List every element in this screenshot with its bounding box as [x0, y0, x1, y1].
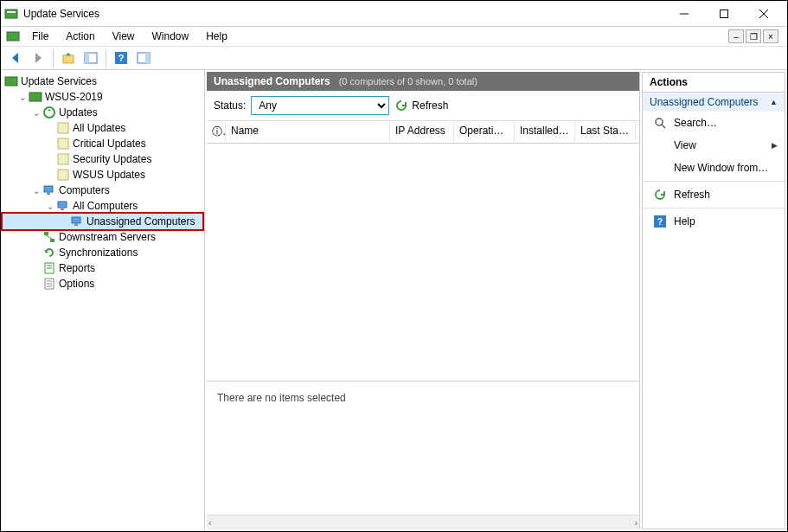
- grid-body[interactable]: [207, 144, 639, 381]
- refresh-icon: [653, 188, 667, 202]
- col-ip[interactable]: IP Address: [390, 121, 454, 143]
- menu-bar: File Action View Window Help – ❐ ×: [1, 27, 787, 46]
- action-new-window[interactable]: New Window from…: [643, 157, 785, 179]
- svg-rect-14: [5, 77, 17, 86]
- actions-title: Actions: [642, 72, 785, 92]
- server-icon: [29, 90, 42, 104]
- col-name[interactable]: Name: [226, 121, 390, 143]
- svg-rect-19: [58, 154, 68, 164]
- show-hide-actions-button[interactable]: [134, 48, 153, 67]
- sync-icon: [42, 246, 56, 260]
- mdi-minimize-button[interactable]: –: [728, 29, 744, 43]
- reports-icon: [42, 261, 56, 275]
- actions-group-header[interactable]: Unassigned Computers ▲: [643, 93, 785, 112]
- detail-empty-text: There are no items selected: [217, 392, 346, 404]
- show-hide-tree-button[interactable]: [81, 48, 100, 67]
- collapse-icon[interactable]: ⌄: [30, 108, 42, 118]
- svg-rect-13: [145, 53, 150, 63]
- status-label: Status:: [214, 99, 246, 112]
- collapse-icon[interactable]: ⌄: [30, 186, 42, 195]
- tree-computers[interactable]: ⌄ Computers: [3, 183, 202, 198]
- tree-all-computers[interactable]: ⌄ All Computers: [3, 198, 202, 214]
- downstream-icon: [42, 230, 56, 244]
- status-select[interactable]: Any: [251, 96, 389, 115]
- mdi-close-button[interactable]: ×: [763, 29, 778, 43]
- svg-rect-20: [58, 170, 68, 180]
- tree-updates[interactable]: ⌄ Updates: [3, 105, 202, 120]
- submenu-icon: ▶: [772, 141, 778, 150]
- svg-rect-18: [58, 138, 68, 149]
- collapse-icon: ▲: [770, 98, 778, 106]
- tree-reports[interactable]: Reports: [3, 260, 202, 276]
- update-item-icon: [56, 152, 70, 166]
- filter-bar: Status: Any Refresh: [207, 91, 639, 121]
- content-title: Unassigned Computers: [214, 75, 330, 87]
- svg-rect-25: [72, 217, 80, 223]
- col-last-status[interactable]: Last Stat…: [575, 121, 636, 143]
- back-button[interactable]: [6, 48, 25, 67]
- svg-line-29: [46, 235, 52, 239]
- update-item-icon: [56, 168, 70, 182]
- action-help[interactable]: ? Help: [643, 210, 785, 233]
- app-icon: [4, 7, 18, 21]
- mdi-icon: [6, 29, 22, 43]
- navigation-tree[interactable]: Update Services ⌄ WSUS-2019 ⌄ Updates Al…: [1, 70, 205, 531]
- content-header: Unassigned Computers (0 computers of 0 s…: [207, 72, 639, 91]
- forward-button[interactable]: [29, 48, 48, 67]
- menu-help[interactable]: Help: [199, 29, 234, 44]
- tree-unassigned-computers[interactable]: Unassigned Computers: [3, 214, 202, 229]
- tree-wsus-updates[interactable]: WSUS Updates: [3, 167, 202, 183]
- svg-rect-7: [63, 55, 74, 63]
- collapse-icon[interactable]: ⌄: [16, 93, 29, 102]
- tree-synchronizations[interactable]: Synchronizations: [3, 245, 202, 260]
- update-item-icon: [56, 121, 70, 135]
- tree-critical-updates[interactable]: Critical Updates: [3, 136, 202, 151]
- actions-pane: Actions Unassigned Computers ▲ Search… V…: [642, 72, 785, 529]
- collapse-icon[interactable]: ⌄: [44, 202, 56, 211]
- col-os[interactable]: Operatin…: [454, 121, 515, 143]
- maximize-button[interactable]: [704, 2, 744, 26]
- toolbar: ?: [1, 46, 787, 70]
- tree-security-updates[interactable]: Security Updates: [3, 151, 202, 167]
- help-icon: ?: [653, 215, 667, 228]
- tree-all-updates[interactable]: All Updates: [3, 120, 202, 136]
- content-pane: Unassigned Computers (0 computers of 0 s…: [207, 72, 640, 529]
- minimize-button[interactable]: [664, 2, 704, 26]
- up-button[interactable]: [59, 48, 78, 67]
- updates-icon: [42, 106, 56, 119]
- refresh-button[interactable]: Refresh: [394, 99, 448, 112]
- col-info[interactable]: ⓘ: [207, 121, 226, 143]
- svg-rect-23: [58, 202, 67, 208]
- computers-icon: [42, 183, 56, 197]
- mdi-restore-button[interactable]: ❐: [746, 29, 761, 43]
- window-title: Update Services: [23, 8, 664, 20]
- content-subtitle: (0 computers of 0 shown, 0 total): [339, 76, 477, 87]
- close-button[interactable]: [744, 2, 784, 26]
- menu-action[interactable]: Action: [59, 29, 101, 44]
- menu-view[interactable]: View: [106, 29, 142, 44]
- search-icon: [653, 116, 667, 130]
- svg-point-16: [44, 107, 54, 118]
- action-refresh[interactable]: Refresh: [643, 183, 785, 206]
- computers-icon: [56, 199, 70, 213]
- help-button[interactable]: ?: [112, 48, 131, 67]
- tree-server[interactable]: ⌄ WSUS-2019: [3, 89, 202, 105]
- svg-text:?: ?: [657, 217, 663, 227]
- svg-rect-26: [74, 224, 78, 226]
- svg-rect-1: [7, 11, 16, 13]
- tree-options[interactable]: Options: [3, 276, 202, 292]
- svg-rect-6: [7, 32, 19, 41]
- refresh-icon: [394, 99, 408, 112]
- col-installed[interactable]: Installed…: [515, 121, 575, 143]
- action-search[interactable]: Search…: [643, 112, 785, 134]
- tree-downstream-servers[interactable]: Downstream Servers: [3, 229, 202, 245]
- svg-line-38: [662, 125, 665, 128]
- svg-rect-9: [85, 53, 89, 63]
- action-view[interactable]: View ▶: [643, 134, 785, 157]
- menu-window[interactable]: Window: [145, 29, 196, 44]
- server-icon: [4, 74, 18, 88]
- horizontal-scrollbar[interactable]: ‹›: [207, 515, 639, 529]
- tree-root[interactable]: Update Services: [3, 74, 202, 89]
- svg-point-37: [656, 119, 663, 125]
- menu-file[interactable]: File: [25, 29, 55, 44]
